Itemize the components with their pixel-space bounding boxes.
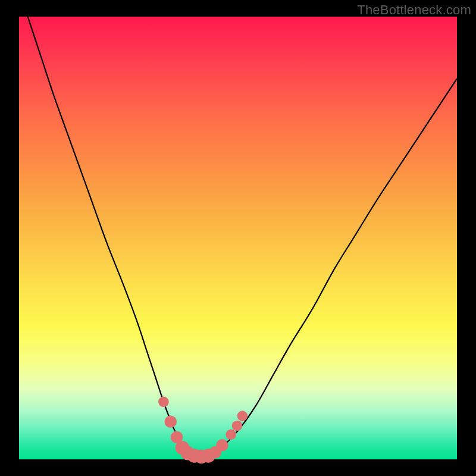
chart-plot-area xyxy=(19,17,457,459)
bead-dot xyxy=(216,439,228,452)
bead-dot xyxy=(158,397,169,408)
curve-beads xyxy=(158,397,248,464)
watermark-text: TheBottleneck.com xyxy=(357,2,471,18)
bead-dot xyxy=(232,421,243,431)
chart-svg xyxy=(19,17,457,459)
bead-dot xyxy=(226,430,236,440)
curve-line xyxy=(28,17,457,458)
bead-dot xyxy=(164,416,177,428)
bead-dot xyxy=(237,411,248,421)
chart-frame: TheBottleneck.com xyxy=(0,0,476,476)
